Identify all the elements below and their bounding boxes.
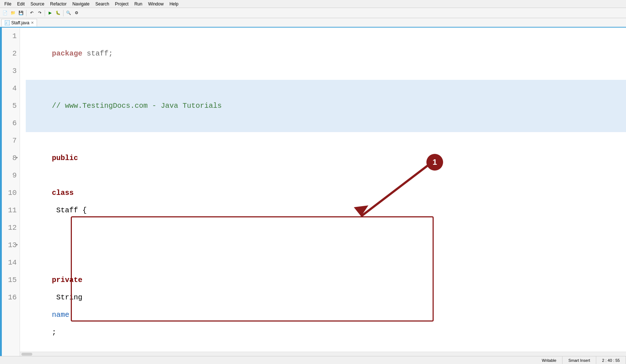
- line-num-7: 7: [5, 132, 17, 150]
- line-num-3: 3: [5, 62, 17, 80]
- toolbar-settings[interactable]: ⚙: [73, 9, 80, 17]
- line-num-11: 11: [5, 202, 17, 219]
- kw-package: package: [52, 49, 82, 58]
- menu-run[interactable]: Run: [131, 1, 145, 7]
- code-area[interactable]: package staff; // www.TestingDocs.com - …: [20, 28, 626, 356]
- menu-source[interactable]: Source: [28, 1, 47, 7]
- line-num-1: 1: [5, 28, 17, 45]
- tab-close-btn[interactable]: ✕: [31, 21, 34, 25]
- kw-class-3: class: [52, 189, 74, 197]
- line-num-2: 2: [5, 45, 17, 62]
- badge-label: 1: [433, 158, 437, 167]
- toolbar-undo[interactable]: ↶: [28, 9, 35, 17]
- line-num-10: 10: [5, 184, 17, 202]
- line-num-6: 6: [5, 115, 17, 132]
- line-num-8: 8: [5, 150, 17, 167]
- java-file-icon: J: [5, 20, 10, 25]
- menu-project[interactable]: Project: [112, 1, 131, 7]
- tabbar: J Staff.java ✕: [0, 18, 626, 28]
- code-line-4: private String name ;: [26, 237, 626, 356]
- toolbar-sep-2: [45, 10, 45, 16]
- line-num-14: 14: [5, 254, 17, 271]
- var-name-4: name: [52, 311, 69, 319]
- statusbar: Writable Smart Insert 2 : 40 : 55: [0, 356, 626, 364]
- menubar: File Edit Source Refactor Navigate Searc…: [0, 0, 626, 8]
- annotation-badge: 1: [426, 154, 443, 171]
- writable-label: Writable: [542, 358, 556, 363]
- line-num-16: 16: [5, 289, 17, 306]
- toolbar-save[interactable]: 💾: [17, 9, 25, 17]
- toolbar-open[interactable]: 📁: [9, 9, 17, 17]
- kw-public-3: public: [52, 154, 78, 162]
- tab-filename: Staff.java: [11, 20, 29, 25]
- statusbar-writable: Writable: [536, 356, 562, 364]
- statusbar-cursor: 2 : 40 : 55: [596, 356, 626, 364]
- code-line-1: package staff;: [26, 28, 626, 80]
- toolbar-new[interactable]: 📄: [1, 9, 9, 17]
- editor-container: 1 2 3 4 5 6 7 8 9 10 11 12 13 14 15 16 p…: [0, 28, 626, 356]
- toolbar-run[interactable]: ▶: [46, 9, 54, 17]
- code-line-2: // www.TestingDocs.com - Java Tutorials: [26, 80, 626, 132]
- menu-window[interactable]: Window: [145, 1, 167, 7]
- menu-search[interactable]: Search: [93, 1, 112, 7]
- editor-tab-staff[interactable]: J Staff.java ✕: [1, 19, 37, 26]
- comment-2: // www.TestingDocs.com - Java Tutorials: [52, 102, 222, 110]
- svg-text:J: J: [5, 22, 7, 24]
- statusbar-insert-mode: Smart Insert: [562, 356, 596, 364]
- line-num-12: 12: [5, 219, 17, 237]
- menu-help[interactable]: Help: [167, 1, 181, 7]
- code-line-3: public class Staff {: [26, 132, 626, 237]
- toolbar-search[interactable]: 🔍: [65, 9, 72, 17]
- toolbar-sep-3: [63, 10, 64, 16]
- insert-mode-label: Smart Insert: [568, 358, 590, 363]
- line-numbers: 1 2 3 4 5 6 7 8 9 10 11 12 13 14 15 16: [2, 28, 20, 356]
- line-num-15: 15: [5, 271, 17, 289]
- menu-navigate[interactable]: Navigate: [69, 1, 92, 7]
- menu-edit[interactable]: Edit: [14, 1, 28, 7]
- menu-file[interactable]: File: [1, 1, 14, 7]
- toolbar: 📄 📁 💾 ↶ ↷ ▶ 🐛 🔍 ⚙: [0, 8, 626, 18]
- toolbar-sep-1: [26, 10, 26, 16]
- hscrollbar-thumb[interactable]: [21, 353, 32, 356]
- line-num-9: 9: [5, 167, 17, 184]
- kw-private-4: private: [52, 276, 82, 284]
- toolbar-debug[interactable]: 🐛: [54, 9, 62, 17]
- menu-refactor[interactable]: Refactor: [47, 1, 69, 7]
- cursor-label: 2 : 40 : 55: [602, 358, 620, 363]
- hscrollbar[interactable]: [20, 352, 626, 356]
- line-num-13: 13: [5, 237, 17, 254]
- line-num-5: 5: [5, 97, 17, 115]
- toolbar-redo[interactable]: ↷: [36, 9, 43, 17]
- line-num-4: 4: [5, 80, 17, 97]
